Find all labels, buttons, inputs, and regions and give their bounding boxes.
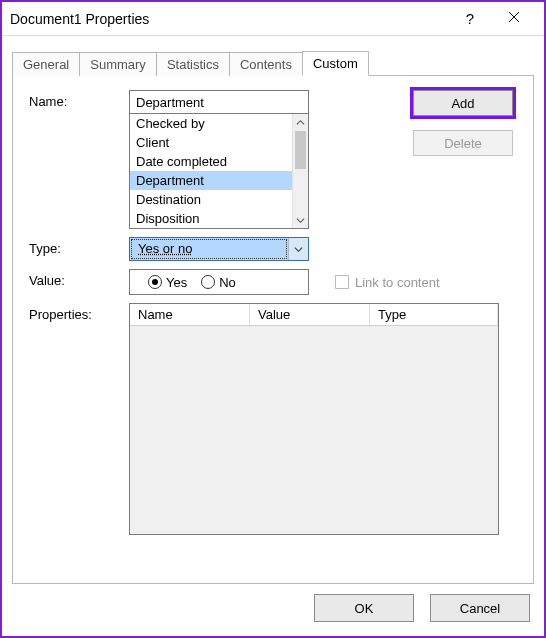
name-field-group: Checked by Client Date completed Departm…	[129, 90, 309, 229]
tab-label: General	[23, 57, 69, 72]
properties-header: Name Value Type	[130, 304, 498, 326]
tab-summary[interactable]: Summary	[79, 52, 157, 76]
tab-strip: General Summary Statistics Contents Cust…	[12, 50, 534, 76]
dialog-window: Document1 Properties ? General Summary S…	[0, 0, 546, 638]
type-value: Yes or no	[131, 239, 287, 259]
name-option[interactable]: Department	[130, 171, 292, 190]
checkbox-icon	[335, 275, 349, 289]
properties-label: Properties:	[29, 303, 129, 535]
name-option[interactable]: Client	[130, 133, 292, 152]
name-input[interactable]	[129, 90, 309, 114]
close-button[interactable]	[492, 11, 536, 26]
radio-label: Yes	[166, 275, 187, 290]
column-header-type[interactable]: Type	[370, 304, 498, 325]
tab-label: Summary	[90, 57, 146, 72]
name-list: Checked by Client Date completed Departm…	[129, 113, 309, 229]
type-label: Type:	[29, 237, 129, 261]
close-icon	[508, 11, 520, 23]
button-label: Add	[451, 96, 474, 111]
name-option[interactable]: Destination	[130, 190, 292, 209]
name-option[interactable]: Disposition	[130, 209, 292, 228]
tab-label: Statistics	[167, 57, 219, 72]
window-title: Document1 Properties	[10, 11, 448, 27]
name-option[interactable]: Checked by	[130, 114, 292, 133]
properties-body	[130, 326, 498, 534]
radio-icon	[148, 275, 162, 289]
tab-label: Contents	[240, 57, 292, 72]
delete-button: Delete	[413, 130, 513, 156]
cancel-button[interactable]: Cancel	[430, 594, 530, 622]
name-option[interactable]: Date completed	[130, 152, 292, 171]
value-radio-group: Yes No	[129, 269, 309, 295]
properties-table: Name Value Type	[129, 303, 499, 535]
scroll-thumb[interactable]	[295, 131, 306, 169]
button-label: OK	[355, 601, 374, 616]
button-label: Cancel	[460, 601, 500, 616]
add-button[interactable]: Add	[413, 90, 513, 116]
ok-button[interactable]: OK	[314, 594, 414, 622]
properties-row: Properties: Name Value Type	[29, 303, 517, 535]
type-row: Type: Yes or no	[29, 237, 517, 261]
column-header-name[interactable]: Name	[130, 304, 250, 325]
tab-panel-custom: Add Delete Name: Checked by Client Date …	[12, 76, 534, 584]
scroll-up-icon[interactable]	[293, 114, 308, 130]
tab-statistics[interactable]: Statistics	[156, 52, 230, 76]
help-button[interactable]: ?	[448, 10, 492, 27]
value-row: Value: Yes No Link to content	[29, 269, 517, 295]
titlebar: Document1 Properties ?	[2, 2, 544, 36]
radio-no[interactable]: No	[201, 275, 236, 290]
name-label: Name:	[29, 90, 129, 229]
tab-contents[interactable]: Contents	[229, 52, 303, 76]
chevron-down-icon	[288, 238, 308, 260]
side-buttons: Add Delete	[413, 90, 513, 156]
radio-yes[interactable]: Yes	[148, 275, 187, 290]
tab-custom[interactable]: Custom	[302, 51, 369, 76]
column-header-value[interactable]: Value	[250, 304, 370, 325]
dialog-buttons: OK Cancel	[2, 584, 544, 632]
link-to-content: Link to content	[335, 269, 440, 295]
name-list-scrollbar[interactable]	[292, 114, 308, 228]
button-label: Delete	[444, 136, 482, 151]
tab-label: Custom	[313, 56, 358, 71]
tabs-area: General Summary Statistics Contents Cust…	[2, 36, 544, 584]
radio-icon	[201, 275, 215, 289]
radio-label: No	[219, 275, 236, 290]
value-label: Value:	[29, 269, 129, 295]
link-to-content-label: Link to content	[355, 275, 440, 290]
tab-general[interactable]: General	[12, 52, 80, 76]
scroll-down-icon[interactable]	[293, 212, 308, 228]
type-combobox[interactable]: Yes or no	[129, 237, 309, 261]
